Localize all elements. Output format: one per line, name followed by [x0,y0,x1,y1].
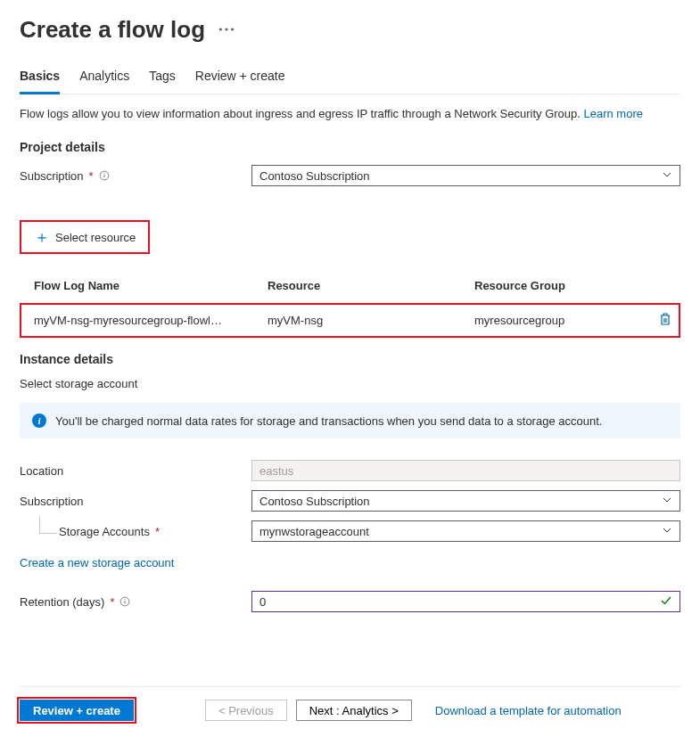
check-icon [660,594,672,610]
previous-button: < Previous [205,700,287,721]
instance-details-heading: Instance details [20,352,680,366]
col-header-name: Flow Log Name [21,274,253,303]
storage-subscription-row: Subscription Contoso Subscription [20,490,680,512]
download-template-link[interactable]: Download a template for automation [435,704,622,717]
svg-rect-2 [103,175,104,177]
svg-rect-5 [125,601,126,603]
required-indicator: * [110,595,114,609]
location-label: Location [20,464,251,478]
retention-label: Retention (days) * [20,595,251,609]
col-header-group: Resource Group [462,274,641,303]
instance-details-subheading: Select storage account [20,377,680,390]
retention-label-text: Retention (days) [20,595,104,609]
location-row: Location eastus [20,460,680,481]
tab-basics[interactable]: Basics [20,69,60,94]
table-row[interactable]: myVM-nsg-myresourcegroup-flowl… myVM-nsg… [21,305,679,336]
select-resource-button[interactable]: ＋ Select resource [20,220,150,254]
storage-accounts-label-text: Storage Accounts [59,525,150,538]
storage-accounts-value: mynwstorageaccount [259,525,369,538]
required-indicator: * [155,525,160,538]
delete-icon[interactable] [659,315,671,329]
project-details-heading: Project details [20,140,680,154]
storage-subscription-select[interactable]: Contoso Subscription [251,490,680,512]
create-storage-account-link[interactable]: Create a new storage account [20,556,174,569]
retention-input[interactable]: 0 [251,591,680,612]
svg-point-4 [125,599,126,600]
tab-analytics[interactable]: Analytics [79,69,129,94]
subscription-label-text: Subscription [20,169,84,183]
location-value: eastus [259,464,293,478]
review-create-button[interactable]: Review + create [20,700,134,721]
tree-connector [39,516,57,534]
cell-flow-log-name: myVM-nsg-myresourcegroup-flowl… [21,305,253,336]
plus-icon: ＋ [34,229,50,245]
location-input: eastus [251,460,680,481]
storage-accounts-row: Storage Accounts * mynwstorageaccount [20,520,680,542]
description-text: Flow logs allow you to view information … [20,107,584,120]
tab-description: Flow logs allow you to view information … [20,107,680,120]
tab-bar: Basics Analytics Tags Review + create [20,69,680,94]
chevron-down-icon [662,169,672,183]
col-header-resource: Resource [255,274,460,303]
retention-row: Retention (days) * 0 [20,591,680,612]
next-button[interactable]: Next : Analytics > [296,700,412,721]
info-banner-icon: i [32,414,46,428]
subscription-label: Subscription * [20,169,251,183]
tab-tags[interactable]: Tags [149,69,176,94]
retention-value: 0 [259,595,266,609]
storage-accounts-select[interactable]: mynwstorageaccount [251,520,680,542]
cell-resource: myVM-nsg [255,305,460,336]
subscription-row: Subscription * Contoso Subscription [20,165,680,186]
info-banner-text: You'll be charged normal data rates for … [55,414,602,428]
learn-more-link[interactable]: Learn more [584,107,643,120]
storage-accounts-label: Storage Accounts * [20,525,251,538]
info-icon[interactable] [119,596,130,607]
svg-point-1 [103,173,104,174]
resource-table: Flow Log Name Resource Resource Group my… [20,272,680,338]
tab-review-create[interactable]: Review + create [195,69,285,94]
page-title: Create a flow log ⋯ [20,16,680,44]
select-resource-label: Select resource [55,231,136,244]
chevron-down-icon [662,495,672,508]
required-indicator: * [89,169,94,183]
table-header-row: Flow Log Name Resource Resource Group [21,274,679,303]
subscription-select[interactable]: Contoso Subscription [251,165,680,186]
page-title-text: Create a flow log [20,16,205,44]
subscription-value: Contoso Subscription [259,169,370,183]
wizard-footer: Review + create < Previous Next : Analyt… [20,686,680,721]
more-actions-icon[interactable]: ⋯ [218,18,235,39]
info-banner: i You'll be charged normal data rates fo… [20,403,680,438]
chevron-down-icon [662,525,672,538]
cell-resource-group: myresourcegroup [462,305,641,336]
storage-subscription-value: Contoso Subscription [259,495,370,508]
info-icon[interactable] [99,170,110,181]
storage-subscription-label: Subscription [20,495,251,508]
